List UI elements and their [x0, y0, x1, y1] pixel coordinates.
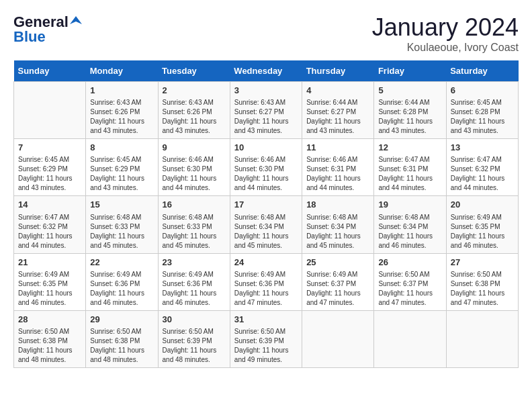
cell-info: Sunrise: 6:46 AMSunset: 6:30 PMDaylight:… — [163, 155, 226, 193]
cell-info: Sunrise: 6:43 AMSunset: 6:26 PMDaylight:… — [90, 98, 153, 136]
calendar-body: 1Sunrise: 6:43 AMSunset: 6:26 PMDaylight… — [14, 82, 519, 368]
cell-info: Sunrise: 6:48 AMSunset: 6:33 PMDaylight:… — [163, 213, 226, 250]
day-number: 13 — [451, 142, 514, 154]
cell-info: Sunrise: 6:49 AMSunset: 6:36 PMDaylight:… — [234, 270, 298, 308]
day-number: 19 — [378, 199, 441, 211]
calendar-cell: 3Sunrise: 6:43 AMSunset: 6:27 PMDaylight… — [230, 82, 302, 139]
cell-info: Sunrise: 6:48 AMSunset: 6:34 PMDaylight:… — [378, 213, 441, 250]
calendar-cell: 2Sunrise: 6:43 AMSunset: 6:26 PMDaylight… — [158, 82, 230, 139]
cell-info: Sunrise: 6:46 AMSunset: 6:31 PMDaylight:… — [306, 155, 369, 193]
day-number: 14 — [18, 199, 81, 211]
calendar-cell: 23Sunrise: 6:49 AMSunset: 6:36 PMDayligh… — [158, 253, 230, 310]
calendar-cell: 17Sunrise: 6:48 AMSunset: 6:34 PMDayligh… — [230, 196, 302, 253]
calendar-cell: 15Sunrise: 6:48 AMSunset: 6:33 PMDayligh… — [86, 196, 158, 253]
cell-info: Sunrise: 6:48 AMSunset: 6:34 PMDaylight:… — [306, 213, 369, 250]
day-number: 12 — [378, 142, 441, 154]
cell-info: Sunrise: 6:49 AMSunset: 6:36 PMDaylight:… — [90, 270, 153, 308]
cell-info: Sunrise: 6:50 AMSunset: 6:39 PMDaylight:… — [163, 327, 226, 365]
day-number: 7 — [18, 142, 81, 154]
cell-info: Sunrise: 6:44 AMSunset: 6:27 PMDaylight:… — [306, 98, 369, 136]
calendar-cell: 19Sunrise: 6:48 AMSunset: 6:34 PMDayligh… — [374, 196, 446, 253]
calendar-cell — [14, 82, 86, 139]
calendar-cell: 30Sunrise: 6:50 AMSunset: 6:39 PMDayligh… — [158, 310, 230, 367]
calendar-week-3: 14Sunrise: 6:47 AMSunset: 6:32 PMDayligh… — [14, 196, 519, 253]
day-of-week-wednesday: Wednesday — [230, 60, 302, 82]
cell-info: Sunrise: 6:43 AMSunset: 6:27 PMDaylight:… — [234, 98, 298, 136]
month-title: January 2024 — [372, 13, 519, 42]
day-number: 11 — [306, 142, 369, 154]
svg-marker-0 — [70, 16, 82, 24]
calendar-cell: 14Sunrise: 6:47 AMSunset: 6:32 PMDayligh… — [14, 196, 86, 253]
day-number: 30 — [163, 314, 226, 326]
cell-info: Sunrise: 6:45 AMSunset: 6:29 PMDaylight:… — [90, 155, 153, 193]
calendar-cell: 24Sunrise: 6:49 AMSunset: 6:36 PMDayligh… — [230, 253, 302, 310]
day-number: 8 — [90, 142, 153, 154]
day-number: 29 — [90, 314, 153, 326]
day-of-week-friday: Friday — [374, 60, 446, 82]
calendar-cell: 4Sunrise: 6:44 AMSunset: 6:27 PMDaylight… — [302, 82, 374, 139]
logo: General Blue — [13, 13, 82, 46]
day-number: 23 — [163, 257, 226, 269]
title-block: January 2024 Koulaeoue, Ivory Coast — [372, 13, 519, 54]
cell-info: Sunrise: 6:46 AMSunset: 6:30 PMDaylight:… — [234, 155, 298, 193]
day-number: 26 — [378, 257, 441, 269]
cell-info: Sunrise: 6:45 AMSunset: 6:29 PMDaylight:… — [18, 155, 81, 193]
day-number: 18 — [306, 199, 369, 211]
calendar-cell: 11Sunrise: 6:46 AMSunset: 6:31 PMDayligh… — [302, 139, 374, 196]
calendar-cell: 22Sunrise: 6:49 AMSunset: 6:36 PMDayligh… — [86, 253, 158, 310]
cell-info: Sunrise: 6:48 AMSunset: 6:33 PMDaylight:… — [90, 213, 153, 250]
calendar-week-5: 28Sunrise: 6:50 AMSunset: 6:38 PMDayligh… — [14, 310, 519, 367]
calendar-cell: 18Sunrise: 6:48 AMSunset: 6:34 PMDayligh… — [302, 196, 374, 253]
day-number: 6 — [451, 85, 514, 97]
cell-info: Sunrise: 6:49 AMSunset: 6:35 PMDaylight:… — [18, 270, 81, 308]
logo-blue-text: Blue — [13, 28, 46, 46]
cell-info: Sunrise: 6:48 AMSunset: 6:34 PMDaylight:… — [234, 213, 298, 250]
day-number: 31 — [234, 314, 298, 326]
day-number: 9 — [163, 142, 226, 154]
calendar-cell: 31Sunrise: 6:50 AMSunset: 6:39 PMDayligh… — [230, 310, 302, 367]
day-number: 21 — [18, 257, 81, 269]
day-number: 17 — [234, 199, 298, 211]
cell-info: Sunrise: 6:50 AMSunset: 6:37 PMDaylight:… — [378, 270, 441, 308]
day-number: 28 — [18, 314, 81, 326]
calendar-cell: 8Sunrise: 6:45 AMSunset: 6:29 PMDaylight… — [86, 139, 158, 196]
cell-info: Sunrise: 6:50 AMSunset: 6:38 PMDaylight:… — [18, 327, 81, 365]
day-number: 4 — [306, 85, 369, 97]
calendar-cell: 13Sunrise: 6:47 AMSunset: 6:32 PMDayligh… — [446, 139, 518, 196]
day-number: 25 — [306, 257, 369, 269]
calendar-cell: 12Sunrise: 6:47 AMSunset: 6:31 PMDayligh… — [374, 139, 446, 196]
calendar-week-4: 21Sunrise: 6:49 AMSunset: 6:35 PMDayligh… — [14, 253, 519, 310]
cell-info: Sunrise: 6:47 AMSunset: 6:32 PMDaylight:… — [451, 155, 514, 193]
day-of-week-tuesday: Tuesday — [158, 60, 230, 82]
calendar-header-row: SundayMondayTuesdayWednesdayThursdayFrid… — [14, 60, 519, 82]
calendar-cell: 16Sunrise: 6:48 AMSunset: 6:33 PMDayligh… — [158, 196, 230, 253]
calendar-cell: 21Sunrise: 6:49 AMSunset: 6:35 PMDayligh… — [14, 253, 86, 310]
calendar-cell: 26Sunrise: 6:50 AMSunset: 6:37 PMDayligh… — [374, 253, 446, 310]
calendar-cell: 9Sunrise: 6:46 AMSunset: 6:30 PMDaylight… — [158, 139, 230, 196]
cell-info: Sunrise: 6:50 AMSunset: 6:38 PMDaylight:… — [90, 327, 153, 365]
day-number: 27 — [451, 257, 514, 269]
day-of-week-monday: Monday — [86, 60, 158, 82]
day-number: 16 — [163, 199, 226, 211]
day-number: 15 — [90, 199, 153, 211]
cell-info: Sunrise: 6:49 AMSunset: 6:35 PMDaylight:… — [451, 213, 514, 250]
day-number: 2 — [163, 85, 226, 97]
calendar-cell — [446, 310, 518, 367]
day-number: 1 — [90, 85, 153, 97]
calendar-cell: 5Sunrise: 6:44 AMSunset: 6:28 PMDaylight… — [374, 82, 446, 139]
calendar-cell: 10Sunrise: 6:46 AMSunset: 6:30 PMDayligh… — [230, 139, 302, 196]
location: Koulaeoue, Ivory Coast — [372, 42, 519, 54]
cell-info: Sunrise: 6:50 AMSunset: 6:38 PMDaylight:… — [451, 270, 514, 308]
calendar-cell: 7Sunrise: 6:45 AMSunset: 6:29 PMDaylight… — [14, 139, 86, 196]
cell-info: Sunrise: 6:45 AMSunset: 6:28 PMDaylight:… — [451, 98, 514, 136]
cell-info: Sunrise: 6:49 AMSunset: 6:37 PMDaylight:… — [306, 270, 369, 308]
cell-info: Sunrise: 6:43 AMSunset: 6:26 PMDaylight:… — [163, 98, 226, 136]
calendar-cell — [302, 310, 374, 367]
day-number: 10 — [234, 142, 298, 154]
day-number: 22 — [90, 257, 153, 269]
calendar-cell: 25Sunrise: 6:49 AMSunset: 6:37 PMDayligh… — [302, 253, 374, 310]
day-of-week-thursday: Thursday — [302, 60, 374, 82]
calendar-cell: 20Sunrise: 6:49 AMSunset: 6:35 PMDayligh… — [446, 196, 518, 253]
cell-info: Sunrise: 6:50 AMSunset: 6:39 PMDaylight:… — [234, 327, 298, 365]
calendar-cell — [374, 310, 446, 367]
